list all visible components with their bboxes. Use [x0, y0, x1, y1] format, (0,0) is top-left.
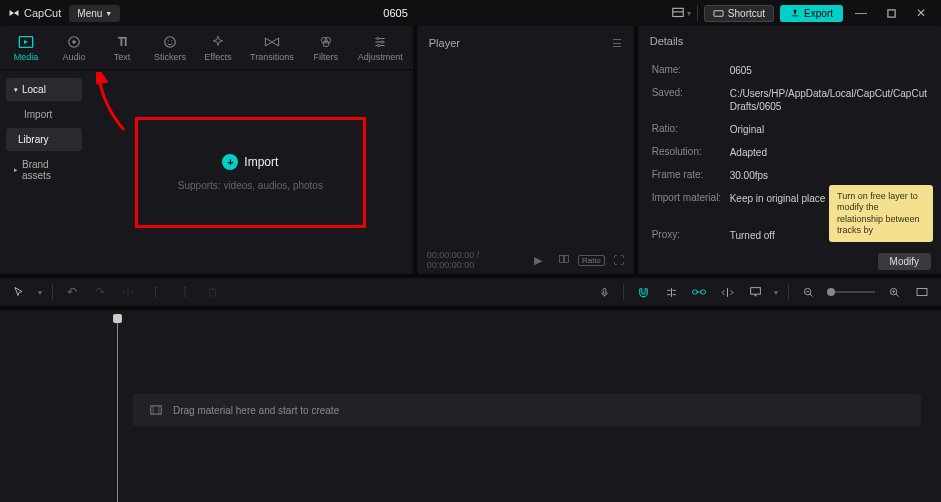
svg-rect-30	[917, 289, 927, 296]
zoom-slider[interactable]	[827, 291, 875, 293]
svg-rect-2	[714, 10, 723, 16]
details-panel: Details Name:0605 Saved:C:/Users/HP/AppD…	[638, 26, 941, 274]
zoom-out-icon[interactable]	[799, 283, 817, 301]
redo-icon[interactable]: ↷	[91, 283, 109, 301]
nav-local[interactable]: ▾Local	[6, 78, 82, 101]
menu-button[interactable]: Menu ▼	[69, 5, 120, 22]
tab-effects[interactable]: Effects	[202, 34, 234, 62]
preview-icon[interactable]	[718, 283, 736, 301]
playhead[interactable]	[117, 314, 118, 502]
player-viewport[interactable]	[417, 60, 634, 246]
player-menu-icon[interactable]: ☰	[612, 37, 622, 50]
delete-icon[interactable]	[203, 283, 221, 301]
svg-line-27	[895, 293, 898, 296]
filters-icon	[319, 34, 333, 50]
layout-icon	[671, 6, 685, 20]
import-drop-zone[interactable]: + Import Supports: videos, audios, photo…	[88, 70, 413, 274]
plus-icon: +	[222, 154, 238, 170]
maximize-button[interactable]	[879, 3, 903, 23]
export-icon	[790, 8, 800, 18]
caret-right-icon: ▸	[14, 166, 18, 174]
tab-text[interactable]: TI Text	[106, 34, 138, 62]
timeline[interactable]: Drag material here and start to create	[0, 310, 941, 502]
tab-adjustment[interactable]: Adjustment	[358, 34, 403, 62]
svg-point-14	[381, 40, 383, 42]
svg-point-9	[171, 40, 172, 41]
detail-ratio-value: Original	[730, 123, 927, 136]
layout-button[interactable]: ▾	[671, 3, 691, 23]
minimize-button[interactable]: —	[849, 3, 873, 23]
detail-name-label: Name:	[652, 64, 730, 77]
export-button[interactable]: Export	[780, 5, 843, 22]
svg-rect-22	[750, 288, 760, 295]
text-icon: TI	[118, 34, 127, 50]
tab-filters[interactable]: Filters	[310, 34, 342, 62]
fullscreen-icon[interactable]: ⛶	[613, 254, 624, 266]
chevron-down-icon: ▼	[105, 10, 112, 17]
film-icon	[149, 404, 163, 416]
mic-icon[interactable]	[595, 283, 613, 301]
svg-rect-16	[560, 256, 564, 263]
shortcut-button[interactable]: Shortcut	[704, 5, 774, 22]
svg-point-11	[325, 37, 331, 43]
red-arrow-annotation	[96, 72, 136, 142]
player-panel: Player ☰ 00:00:00:00 / 00:00:00:00 ▶ Rat…	[417, 26, 634, 274]
detail-proxy-label: Proxy:	[652, 229, 730, 242]
link-icon[interactable]	[690, 283, 708, 301]
effects-icon	[211, 34, 225, 50]
split-icon[interactable]	[119, 283, 137, 301]
adjustment-icon	[373, 34, 387, 50]
magnet-icon[interactable]	[634, 283, 652, 301]
nav-library[interactable]: Library	[6, 128, 82, 151]
monitor-icon[interactable]	[746, 283, 764, 301]
svg-point-15	[378, 44, 380, 46]
monitor-dropdown-icon[interactable]: ▾	[774, 288, 778, 297]
detail-saved-value: C:/Users/HP/AppData/Local/CapCut/CapCut …	[730, 87, 927, 113]
svg-point-13	[377, 37, 379, 39]
tab-transitions[interactable]: Transitions	[250, 34, 294, 62]
detail-saved-label: Saved:	[652, 87, 730, 113]
compare-icon[interactable]	[558, 253, 570, 267]
ratio-chip[interactable]: Ratio	[578, 255, 605, 266]
app-name: CapCut	[24, 7, 61, 19]
media-icon	[18, 34, 34, 50]
audio-icon	[67, 34, 81, 50]
detail-ratio-label: Ratio:	[652, 123, 730, 136]
zoom-in-icon[interactable]	[885, 283, 903, 301]
capcut-logo-icon	[8, 7, 20, 19]
nav-brand-assets[interactable]: ▸Brand assets	[6, 153, 82, 187]
maximize-icon	[887, 9, 896, 18]
modify-button[interactable]: Modify	[878, 253, 931, 270]
stickers-icon	[163, 34, 177, 50]
close-button[interactable]: ✕	[909, 3, 933, 23]
pointer-dropdown-icon[interactable]: ▾	[38, 288, 42, 297]
svg-rect-18	[603, 288, 606, 293]
align-icon[interactable]	[662, 283, 680, 301]
free-layer-tooltip: Turn on free layer to modify the relatio…	[829, 185, 933, 242]
detail-resolution-label: Resolution:	[652, 146, 730, 159]
bracket-left-icon[interactable]: ⌈	[147, 283, 165, 301]
caret-down-icon: ▾	[14, 86, 18, 94]
player-timecode: 00:00:00:00 / 00:00:00:00	[427, 250, 526, 270]
undo-icon[interactable]: ↶	[63, 283, 81, 301]
svg-rect-3	[887, 9, 894, 16]
tab-audio[interactable]: Audio	[58, 34, 90, 62]
svg-rect-31	[151, 406, 162, 414]
project-title: 0605	[128, 7, 663, 19]
detail-name-value: 0605	[730, 64, 927, 77]
svg-rect-17	[565, 256, 569, 263]
detail-fps-label: Frame rate:	[652, 169, 730, 182]
fit-icon[interactable]	[913, 283, 931, 301]
bracket-right-icon[interactable]: ⌉	[175, 283, 193, 301]
tab-stickers[interactable]: Stickers	[154, 34, 186, 62]
svg-point-12	[323, 40, 329, 46]
transitions-icon	[264, 34, 280, 50]
tab-media[interactable]: Media	[10, 34, 42, 62]
play-icon[interactable]: ▶	[534, 254, 542, 267]
nav-import[interactable]: Import	[6, 103, 82, 126]
pointer-tool-icon[interactable]	[10, 283, 28, 301]
details-title: Details	[650, 35, 684, 47]
detail-import-material-label: Import material:	[652, 192, 730, 205]
media-panel: Media Audio TI Text Stickers Effects	[0, 26, 413, 274]
svg-line-24	[809, 293, 812, 296]
